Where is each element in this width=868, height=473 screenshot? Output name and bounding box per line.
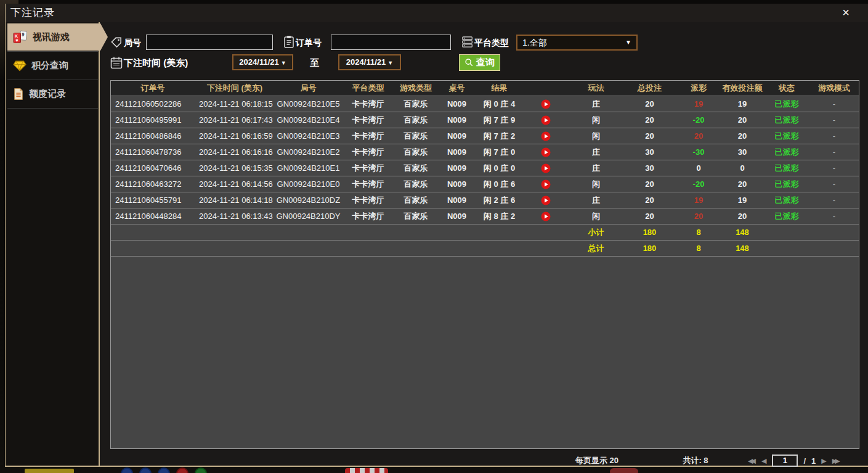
cell-game-mode: - <box>809 179 859 189</box>
last-page-icon[interactable]: ▶▶ <box>832 454 840 467</box>
col-header-status: 状态 <box>764 83 809 94</box>
background-marker <box>345 468 388 473</box>
cell-game-mode: - <box>809 212 859 221</box>
col-header-table-no: 桌号 <box>437 83 476 94</box>
chevron-down-icon: ▼ <box>281 60 286 66</box>
cell-bet-time: 2024-11-21 06:17:43 <box>195 115 275 125</box>
cell-status: 已派彩 <box>764 163 809 174</box>
cell-bet-time: 2024-11-21 06:16:16 <box>195 147 275 157</box>
background-bet-circle <box>139 467 152 473</box>
sidebar-item-quota-records[interactable]: 额度记录 <box>7 80 99 107</box>
subtotal-payout: 8 <box>676 228 721 237</box>
replay-play-icon[interactable] <box>541 147 551 157</box>
date-to-picker[interactable]: 2024/11/21▼ <box>338 54 401 70</box>
cell-bet-time: 2024-11-21 06:15:35 <box>195 163 275 173</box>
order-number-input[interactable] <box>331 35 451 50</box>
col-header-play: 玩法 <box>569 83 623 94</box>
cell-play-method: 庄 <box>569 195 623 206</box>
current-page-input[interactable]: 1 <box>772 454 798 467</box>
next-page-icon[interactable]: ▶ <box>821 454 826 467</box>
diamond-icon <box>13 60 26 72</box>
table-row: 241121060495991 2024-11-21 06:17:43 GN00… <box>111 112 859 128</box>
cell-table-number: N009 <box>437 179 476 189</box>
query-button-label: 查询 <box>476 57 495 68</box>
date-to-value: 2024/11/21 <box>346 57 386 67</box>
cell-status: 已派彩 <box>764 195 809 206</box>
cell-status: 已派彩 <box>764 115 809 126</box>
replay-play-icon[interactable] <box>541 131 551 141</box>
cell-game-mode: - <box>809 147 859 157</box>
query-button[interactable]: 查询 <box>459 54 500 71</box>
cell-replay <box>522 195 569 205</box>
order-number-label: 订单号 <box>296 35 322 51</box>
cell-replay <box>522 115 569 125</box>
replay-play-icon[interactable] <box>541 195 551 205</box>
cell-result: 闲 0 庄 6 <box>476 179 522 190</box>
cell-platform-type: 卡卡湾厅 <box>342 115 394 126</box>
cell-result: 闲 7 庄 2 <box>476 131 522 142</box>
table-row: 241121060455791 2024-11-21 06:14:18 GN00… <box>111 192 859 208</box>
replay-play-icon[interactable] <box>541 163 551 173</box>
cell-replay <box>522 99 569 109</box>
first-page-icon[interactable]: ◀◀ <box>748 454 756 467</box>
background-bet-circle <box>158 467 170 473</box>
cell-order-number: 241121060463272 <box>111 179 195 189</box>
pagination-nav: ◀◀ ◀ 1 / 1 ▶ ▶▶ <box>748 454 840 467</box>
sidebar-item-label: 视讯游戏 <box>33 31 70 43</box>
cell-platform-type: 卡卡湾厅 <box>342 195 394 206</box>
cell-result: 闲 8 庄 2 <box>476 211 522 222</box>
page-separator: / <box>803 456 806 466</box>
replay-play-icon[interactable] <box>541 212 551 221</box>
replay-play-icon[interactable] <box>541 179 551 189</box>
cell-order-number: 241121060470646 <box>111 163 195 173</box>
platform-type-select[interactable]: 1.全部 ▼ <box>516 35 638 51</box>
cell-round-number: GN00924B210DY <box>275 212 342 221</box>
replay-play-icon[interactable] <box>541 99 551 109</box>
cell-round-number: GN00924B210E2 <box>275 147 342 157</box>
cell-play-method: 闲 <box>569 179 623 190</box>
cell-table-number: N009 <box>437 212 476 221</box>
table-row: 241121060502286 2024-11-21 06:18:15 GN00… <box>111 96 859 112</box>
date-from-picker[interactable]: 2024/11/21▼ <box>232 54 293 70</box>
cell-game-type: 百家乐 <box>394 195 437 206</box>
round-number-input[interactable] <box>146 35 273 50</box>
cell-bet-time: 2024-11-21 06:14:56 <box>195 179 275 189</box>
search-icon <box>464 58 474 67</box>
cell-status: 已派彩 <box>764 179 809 190</box>
subtotal-valid-bet: 148 <box>721 228 764 237</box>
cell-game-type: 百家乐 <box>394 115 437 126</box>
col-header-platform: 平台类型 <box>342 83 394 94</box>
cell-platform-type: 卡卡湾厅 <box>342 99 394 110</box>
cell-payout: 19 <box>676 99 721 109</box>
cell-total-bet: 20 <box>623 115 676 125</box>
cell-total-bet: 20 <box>623 195 676 205</box>
cell-table-number: N009 <box>437 131 476 141</box>
cell-platform-type: 卡卡湾厅 <box>342 211 394 222</box>
background-bet-circle <box>195 467 207 473</box>
cell-round-number: GN00924B210E5 <box>275 99 342 109</box>
cell-result: 闲 7 庄 0 <box>476 147 522 158</box>
cell-total-bet: 30 <box>623 163 676 173</box>
prev-page-icon[interactable]: ◀ <box>761 454 766 467</box>
table-header-row: 订单号 下注时间 (美东) 局号 平台类型 游戏类型 桌号 结果 玩法 总投注 … <box>111 81 859 96</box>
replay-play-icon[interactable] <box>541 115 551 125</box>
table-row: 241121060486846 2024-11-21 06:16:59 GN00… <box>111 128 859 144</box>
subtotal-row: 小计 180 8 148 <box>111 224 859 241</box>
grand-total-total-bet: 180 <box>623 244 676 253</box>
cell-total-bet: 20 <box>623 179 676 189</box>
cell-replay <box>522 179 569 189</box>
cell-round-number: GN00924B210DZ <box>275 195 342 205</box>
cell-table-number: N009 <box>437 99 476 109</box>
chevron-down-icon: ▼ <box>387 60 393 66</box>
cell-bet-time: 2024-11-21 06:16:59 <box>195 131 275 141</box>
col-header-result: 结果 <box>476 83 522 94</box>
svg-text:♥: ♥ <box>15 38 18 43</box>
cell-status: 已派彩 <box>764 131 809 142</box>
close-icon[interactable]: × <box>838 5 853 20</box>
sidebar-item-video-games[interactable]: 9 K ♥ 视讯游戏 <box>7 23 108 51</box>
cell-total-bet: 20 <box>623 99 676 109</box>
playing-cards-icon: 9 K ♥ <box>13 30 28 44</box>
sidebar-item-points-query[interactable]: 积分查询 <box>7 52 99 79</box>
cell-game-type: 百家乐 <box>394 131 437 142</box>
document-icon <box>13 88 24 101</box>
